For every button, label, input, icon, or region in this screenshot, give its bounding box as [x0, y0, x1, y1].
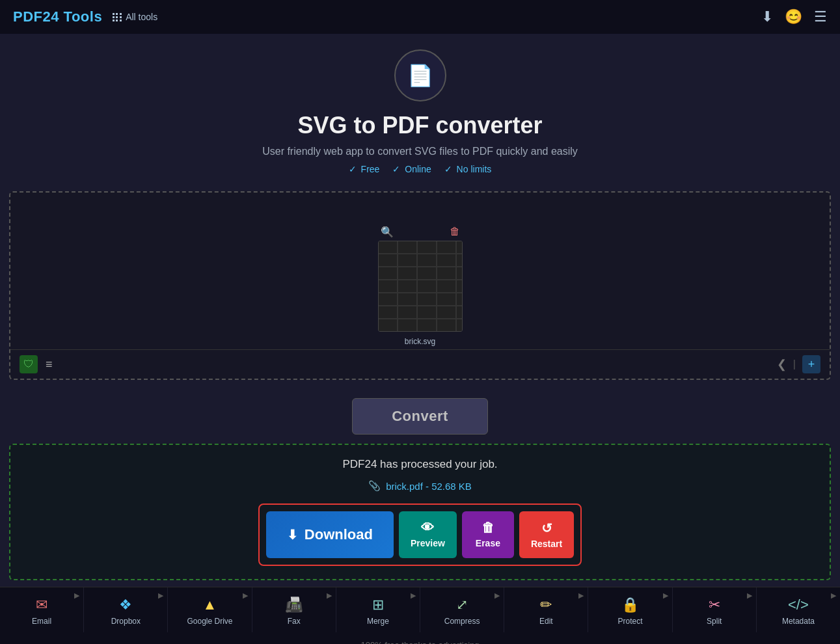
download-button[interactable]: ⬇ Download: [266, 511, 394, 558]
result-file-info: 📎 brick.pdf - 52.68 KB: [23, 480, 817, 492]
preview-label: Preview: [411, 538, 445, 548]
logo[interactable]: PDF24 Tools: [13, 8, 102, 25]
compress-icon: ⤢: [456, 597, 468, 613]
file-card: 🔍 🗑 brick.svg: [378, 226, 463, 346]
tool-edit-label: Edit: [539, 617, 553, 626]
action-buttons-group: ⬇ Download 👁 Preview 🗑 Erase ↺ Restart: [258, 503, 582, 566]
tool-fax-arrow: ▶: [327, 591, 332, 600]
email-icon: ✉: [36, 597, 47, 613]
tool-email-arrow: ▶: [74, 591, 79, 600]
file-preview-area: 🔍 🗑 brick.svg: [365, 213, 476, 359]
all-tools-link[interactable]: All tools: [113, 12, 157, 22]
convert-section: Convert: [0, 386, 840, 444]
file-card-actions: 🔍 🗑: [378, 226, 463, 241]
header-right: ⬇ 😊 ☰: [761, 8, 827, 25]
dropbox-icon: ❖: [119, 597, 132, 613]
brick-preview: [379, 241, 462, 331]
list-view-icon[interactable]: ≡: [46, 358, 53, 371]
tool-email-label: Email: [32, 617, 51, 626]
tool-merge-label: Merge: [367, 617, 389, 626]
tool-email[interactable]: ▶ ✉ Email: [0, 587, 84, 632]
menu-icon[interactable]: ☰: [814, 8, 827, 25]
gdrive-icon: ▲: [203, 597, 217, 613]
preview-icon: 👁: [421, 520, 434, 535]
zoom-icon[interactable]: 🔍: [381, 226, 394, 238]
erase-icon: 🗑: [481, 520, 495, 535]
feature-online: ✓ Online: [392, 164, 431, 174]
toolbar-divider: |: [793, 358, 796, 370]
result-file-label[interactable]: brick.pdf - 52.68 KB: [386, 481, 472, 492]
tool-gdrive-label: Google Drive: [187, 617, 232, 626]
file-name: brick.svg: [378, 337, 463, 346]
feature-nolimits: ✓ No limits: [444, 164, 492, 174]
restart-label: Restart: [531, 539, 562, 549]
bottom-toolbar: ▶ ✉ Email ▶ ❖ Dropbox ▶ ▲ Google Drive ▶…: [0, 587, 840, 632]
result-zone: PDF24 has processed your job. 📎 brick.pd…: [9, 444, 831, 580]
restart-button[interactable]: ↺ Restart: [519, 511, 574, 558]
download-icon: ⬇: [287, 527, 298, 543]
merge-icon: ⊞: [372, 597, 384, 613]
shield-button[interactable]: 🛡: [20, 355, 38, 373]
tool-compress-arrow: ▶: [495, 591, 500, 600]
tool-dropbox-arrow: ▶: [158, 591, 163, 600]
hero-section: 📄 SVG to PDF converter User friendly web…: [0, 34, 840, 185]
header: PDF24 Tools All tools ⬇ 😊 ☰: [0, 0, 840, 34]
tool-dropbox-label: Dropbox: [111, 617, 141, 626]
tool-gdrive[interactable]: ▶ ▲ Google Drive: [168, 587, 252, 632]
download-app-icon[interactable]: ⬇: [761, 8, 773, 25]
erase-label: Erase: [476, 538, 500, 548]
delete-icon[interactable]: 🗑: [450, 226, 460, 238]
tool-protect[interactable]: ▶ 🔒 Protect: [588, 587, 672, 632]
convert-button[interactable]: Convert: [352, 398, 488, 435]
tool-gdrive-arrow: ▶: [243, 591, 248, 600]
restart-icon: ↺: [541, 520, 552, 536]
preview-button[interactable]: 👁 Preview: [399, 511, 457, 558]
file-thumbnail: [378, 241, 463, 332]
grid-icon: [113, 13, 122, 21]
metadata-icon: </>: [788, 597, 809, 613]
tool-dropbox[interactable]: ▶ ❖ Dropbox: [84, 587, 168, 632]
nav-prev-button[interactable]: ❮: [777, 357, 787, 371]
tool-split-label: Split: [707, 617, 722, 626]
add-file-button[interactable]: +: [802, 355, 820, 373]
erase-button[interactable]: 🗑 Erase: [462, 511, 514, 558]
hero-features: ✓ Free ✓ Online ✓ No limits: [13, 164, 827, 174]
fax-icon: 📠: [285, 597, 303, 613]
edit-icon: ✏: [540, 597, 552, 613]
page-title: SVG to PDF converter: [13, 112, 827, 139]
tool-fax-label: Fax: [288, 617, 301, 626]
tool-protect-arrow: ▶: [663, 591, 668, 600]
tool-edit[interactable]: ▶ ✏ Edit: [504, 587, 588, 632]
drop-zone[interactable]: 🔍 🗑 brick.svg 🛡 ≡ ❮ | +: [9, 191, 831, 380]
footer: 100% free thanks to advertising: [0, 632, 840, 644]
user-avatar-icon[interactable]: 😊: [785, 8, 802, 25]
header-left: PDF24 Tools All tools: [13, 8, 157, 25]
all-tools-label: All tools: [126, 12, 157, 22]
tool-metadata-label: Metadata: [782, 617, 815, 626]
tool-compress-label: Compress: [444, 617, 480, 626]
dropzone-toolbar-right: ❮ | +: [777, 355, 820, 373]
result-message: PDF24 has processed your job.: [23, 458, 817, 471]
hero-logo-icon: 📄: [394, 49, 446, 101]
hero-subtitle: User friendly web app to convert SVG fil…: [13, 146, 827, 157]
dropzone-toolbar-left: 🛡 ≡: [20, 355, 53, 373]
dropzone-toolbar: 🛡 ≡ ❮ | +: [10, 349, 830, 379]
download-label: Download: [305, 526, 373, 543]
paperclip-icon: 📎: [368, 480, 381, 492]
tool-split[interactable]: ▶ ✂ Split: [673, 587, 757, 632]
tool-edit-arrow: ▶: [578, 591, 584, 600]
tool-metadata-arrow: ▶: [831, 591, 836, 600]
tool-merge-arrow: ▶: [411, 591, 416, 600]
tool-fax[interactable]: ▶ 📠 Fax: [252, 587, 336, 632]
footer-text: 100% free thanks to advertising: [360, 640, 479, 644]
protect-icon: 🔒: [621, 597, 639, 613]
split-icon: ✂: [709, 597, 720, 613]
feature-free: ✓ Free: [349, 164, 380, 174]
tool-compress[interactable]: ▶ ⤢ Compress: [420, 587, 504, 632]
tool-metadata[interactable]: ▶ </> Metadata: [757, 587, 840, 632]
tool-merge[interactable]: ▶ ⊞ Merge: [336, 587, 420, 632]
tool-protect-label: Protect: [618, 617, 643, 626]
tool-split-arrow: ▶: [747, 591, 752, 600]
